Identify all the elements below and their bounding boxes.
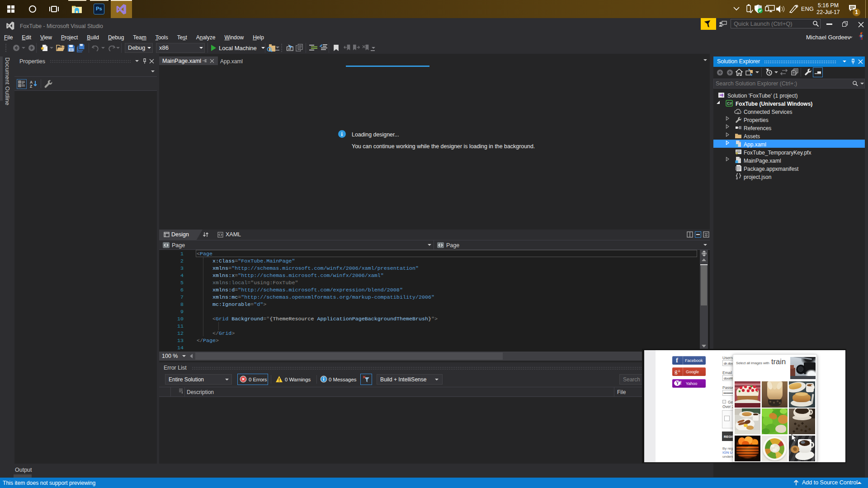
- svg-text:C#: C#: [727, 101, 732, 106]
- svg-text:Z: Z: [30, 84, 32, 88]
